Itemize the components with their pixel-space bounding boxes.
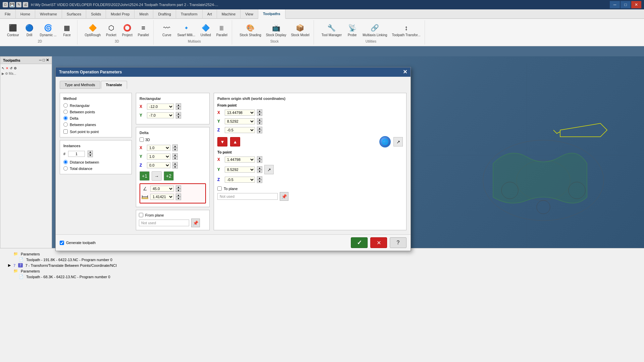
to-x-up[interactable]: ▲: [257, 156, 262, 160]
from-x-input[interactable]: 13.44798: [225, 110, 255, 116]
to-x-input[interactable]: 1.44798: [225, 157, 255, 163]
tab-wireframe[interactable]: Wireframe: [35, 9, 62, 19]
to-z-input[interactable]: -0.5: [225, 177, 255, 183]
tp-icon-select[interactable]: ↖: [2, 66, 4, 70]
add-instance-btn[interactable]: +1: [140, 171, 150, 181]
radio-rectangular-input[interactable]: [63, 103, 68, 108]
rect-x-down[interactable]: ▼: [176, 107, 181, 110]
delta-y-down[interactable]: ▼: [172, 157, 178, 160]
radio-between-points-input[interactable]: [63, 110, 68, 114]
from-plane-select-btn[interactable]: 📌: [191, 219, 200, 227]
instances-up-btn[interactable]: ▲: [88, 150, 93, 154]
from-x-down[interactable]: ▼: [257, 113, 262, 116]
tab-toolpaths[interactable]: Toolpaths: [258, 9, 285, 19]
delta-y-input[interactable]: 1.0: [147, 154, 170, 160]
ribbon-btn-parallel-3d[interactable]: ≡ Parallel: [136, 21, 151, 38]
generate-toolpath-checkbox[interactable]: [60, 241, 64, 245]
maximize-button[interactable]: □: [621, 1, 631, 8]
tab-transform[interactable]: Transform: [176, 9, 203, 19]
tp-icon-refresh[interactable]: ↺: [10, 66, 12, 70]
ribbon-btn-pocket[interactable]: ⬡ Pocket: [104, 21, 118, 38]
ribbon-btn-stock-display[interactable]: 📺 Stock Display: [264, 21, 288, 38]
tab-view[interactable]: View: [240, 9, 258, 19]
tab-translate[interactable]: Translate: [101, 81, 127, 89]
radio-delta[interactable]: Delta: [63, 116, 128, 120]
delta-z-up[interactable]: ▲: [172, 162, 178, 165]
instances-value-input[interactable]: [68, 151, 85, 157]
tp-icon-settings[interactable]: ⚙: [14, 66, 17, 70]
arrow-right-btn[interactable]: →: [152, 171, 162, 181]
from-plane-input[interactable]: [139, 220, 189, 226]
tab-surfaces[interactable]: Surfaces: [62, 9, 86, 19]
from-plane-checkbox[interactable]: [139, 213, 143, 217]
delta-y-up[interactable]: ▲: [172, 153, 178, 157]
to-plane-input[interactable]: [217, 193, 278, 200]
distance-up[interactable]: ▲: [176, 193, 181, 197]
delta-z-input[interactable]: 0.0: [147, 162, 170, 168]
ribbon-btn-toolpath-transform[interactable]: ↕ Toolpath Transfor...: [390, 21, 422, 38]
from-y-down[interactable]: ▼: [257, 121, 262, 125]
pick-down-btn[interactable]: ▼: [217, 137, 227, 146]
tab-mesh[interactable]: Mesh: [135, 9, 153, 19]
to-z-up[interactable]: ▲: [257, 176, 262, 180]
ribbon-btn-stock-model[interactable]: 📦 Stock Model: [289, 21, 311, 38]
radio-between-planes[interactable]: Between planes: [63, 122, 128, 127]
ok-button[interactable]: ✓: [351, 237, 368, 248]
from-z-up[interactable]: ▲: [257, 127, 262, 130]
tab-drafting[interactable]: Drafting: [153, 9, 176, 19]
to-y-up[interactable]: ▲: [257, 166, 262, 170]
from-z-input[interactable]: -0.5: [225, 127, 255, 133]
distance-input[interactable]: 1.41421: [150, 194, 174, 200]
ribbon-btn-drill[interactable]: 🔵 Drill: [22, 21, 37, 38]
tab-type-methods[interactable]: Type and Methods: [60, 81, 100, 89]
minimize-button[interactable]: ─: [610, 1, 620, 8]
delta-x-up[interactable]: ▲: [172, 144, 178, 148]
radio-total-distance[interactable]: Total distance: [63, 166, 128, 171]
ribbon-btn-parallel-ma[interactable]: ⫼ Parallel: [214, 21, 229, 38]
radio-rectangular[interactable]: Rectangular: [63, 103, 128, 108]
to-pick-button[interactable]: ↗: [264, 165, 274, 174]
from-x-up[interactable]: ▲: [257, 109, 262, 113]
to-plane-checkbox[interactable]: [217, 186, 222, 191]
sort-point-checkbox[interactable]: [63, 129, 68, 134]
radio-distance-between[interactable]: Distance between: [63, 160, 128, 164]
tab-home[interactable]: Home: [16, 9, 35, 19]
tree-item-3[interactable]: 📁 Parameters: [3, 268, 641, 274]
ribbon-btn-swarf[interactable]: 🔹 Swarf Milli...: [175, 21, 197, 38]
tab-machine[interactable]: Machine: [217, 9, 241, 19]
pick-up-btn[interactable]: ▲: [230, 137, 240, 146]
instances-down-btn[interactable]: ▼: [88, 154, 93, 157]
to-plane-select-btn[interactable]: 📌: [280, 192, 288, 201]
rect-y-up[interactable]: ▲: [176, 112, 181, 115]
ribbon-btn-contour[interactable]: ⬛ Contour: [5, 21, 21, 38]
angle-down[interactable]: ▼: [176, 189, 181, 192]
ribbon-btn-optirough[interactable]: 🔶 OptiRough: [83, 21, 103, 38]
radio-distance-between-input[interactable]: [63, 160, 68, 164]
close-button[interactable]: ✕: [631, 1, 641, 8]
rect-y-down[interactable]: ▼: [176, 115, 181, 119]
add-instance-2-btn[interactable]: +2: [164, 171, 174, 181]
tab-model-prep[interactable]: Model Prep: [106, 9, 135, 19]
angle-up[interactable]: ▲: [176, 185, 181, 189]
from-pick-button[interactable]: ↗: [393, 137, 403, 146]
ribbon-btn-multiaxis-linking[interactable]: 🔗 Multiaxis Linking: [361, 21, 389, 38]
ribbon-btn-stock-shading[interactable]: 🎨 Stock Shading: [238, 21, 263, 38]
to-y-input[interactable]: 8.5292: [225, 167, 255, 173]
delta-z-down[interactable]: ▼: [172, 165, 178, 169]
ribbon-btn-dynamic[interactable]: 🌀 Dynamic ...: [38, 21, 58, 38]
checkbox-3d[interactable]: [140, 137, 144, 142]
ribbon-btn-unified[interactable]: 🔷 Unified: [198, 21, 213, 38]
radio-between-points[interactable]: Between points: [63, 110, 128, 114]
angle-input[interactable]: 45.0: [150, 186, 174, 192]
ribbon-btn-tool-manager[interactable]: 🔧 Tool Manager: [320, 21, 343, 38]
radio-delta-input[interactable]: [63, 116, 68, 120]
globe-btn[interactable]: 🌐: [379, 136, 391, 147]
ribbon-btn-project[interactable]: ⭕ Project: [120, 21, 135, 38]
ribbon-btn-curve[interactable]: 〰 Curve: [159, 21, 174, 38]
tab-art[interactable]: Art: [203, 9, 217, 19]
delta-x-down[interactable]: ▼: [172, 148, 178, 151]
radio-between-planes-input[interactable]: [63, 122, 68, 127]
rect-x-up[interactable]: ▲: [176, 103, 181, 107]
delta-x-input[interactable]: 1.0: [147, 145, 170, 151]
to-x-down[interactable]: ▼: [257, 160, 262, 163]
